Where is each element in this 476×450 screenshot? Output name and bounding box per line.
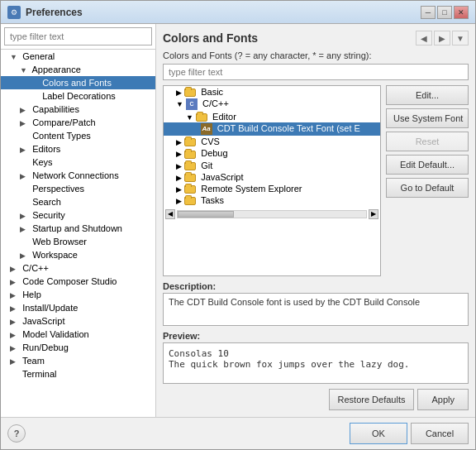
sidebar-item-workspace[interactable]: ▶ Workspace [1, 248, 155, 261]
sidebar-item-run-debug[interactable]: ▶ Run/Debug [1, 341, 155, 354]
sidebar-label-web-browser: Web Browser [32, 237, 87, 247]
sidebar-label-run-debug: Run/Debug [22, 342, 69, 352]
nav-menu-button[interactable]: ▼ [452, 31, 469, 45]
scrollbar-track[interactable] [177, 210, 367, 218]
go-to-default-button[interactable]: Go to Default [386, 178, 469, 198]
minimize-button[interactable]: ─ [421, 6, 436, 19]
panel-description: Colors and Fonts (? = any character, * =… [163, 50, 469, 60]
sidebar-item-code-composer[interactable]: ▶ Code Composer Studio [1, 275, 155, 288]
folder-icon-remote [184, 185, 196, 194]
reset-button[interactable]: Reset [386, 132, 469, 151]
arrow-basic: ▶ [176, 89, 182, 97]
sidebar-item-install-update[interactable]: ▶ Install/Update [1, 301, 155, 314]
description-label: Description: [163, 281, 469, 291]
edit-default-button[interactable]: Edit Default... [386, 155, 469, 175]
restore-defaults-button[interactable]: Restore Defaults [329, 389, 415, 410]
sidebar-item-security[interactable]: ▶ Security [1, 208, 155, 222]
right-panel: Colors and Fonts ◀ ▶ ▼ Colors and Fonts … [156, 24, 475, 417]
sidebar-item-label-decorations[interactable]: Label Decorations [1, 89, 155, 103]
arrow-startup: ▶ [20, 225, 30, 233]
cpp-icon: C [186, 98, 198, 110]
sidebar-item-keys[interactable]: Keys [1, 156, 155, 169]
font-tree-editor[interactable]: ▼ Editor [164, 111, 380, 122]
font-tree-debug[interactable]: ▶ Debug [164, 147, 380, 159]
arrow-javascript-tree: ▶ [176, 174, 182, 182]
font-tree-panel[interactable]: ▶ Basic ▼ C C/C++ ▼ [163, 85, 381, 276]
sidebar-label-capabilities: Capabilities [32, 104, 79, 114]
sidebar-item-startup-shutdown[interactable]: ▶ Startup and Shutdown [1, 222, 155, 235]
sidebar-item-colors-fonts[interactable]: Colors and Fonts [1, 76, 155, 89]
panel-action-row: Restore Defaults Apply [163, 389, 469, 410]
arrow-perspectives [20, 185, 30, 194]
font-tree-label-cvs: CVS [201, 136, 220, 146]
font-tree-tasks[interactable]: ▶ Tasks [164, 194, 380, 206]
sidebar-label-code-composer: Code Composer Studio [22, 276, 117, 286]
sidebar-label-cpp: C/C++ [22, 263, 49, 273]
sidebar-item-team[interactable]: ▶ Team [1, 354, 155, 367]
title-bar: ⚙ Preferences ─ □ ✕ [1, 1, 475, 24]
sidebar-item-perspectives[interactable]: Perspectives [1, 182, 155, 195]
ok-button[interactable]: OK [350, 423, 407, 444]
arrow-security: ▶ [20, 212, 30, 220]
arrow-cpp-tree: ▼ [176, 100, 183, 108]
font-tree-remote[interactable]: ▶ Remote System Explorer [164, 183, 380, 194]
arrow-capabilities: ▶ [20, 106, 30, 114]
preview-text: Consolas 10 The quick brown fox jumps ov… [169, 348, 409, 370]
sidebar-label-team: Team [22, 356, 45, 366]
description-box: The CDT Build Console font is used by th… [163, 293, 469, 326]
sidebar-filter-input[interactable] [4, 27, 152, 45]
sidebar-label-network: Network Connections [32, 170, 119, 180]
sidebar-item-general[interactable]: ▼ General [1, 50, 155, 63]
font-tree-cdt-build[interactable]: Aa CDT Build Console Text Font (set E [164, 122, 380, 136]
use-system-font-button[interactable]: Use System Font [386, 108, 469, 128]
arrow-debug: ▶ [176, 150, 182, 158]
sidebar-item-javascript[interactable]: ▶ JavaScript [1, 314, 155, 328]
arrow-tasks: ▶ [176, 197, 182, 205]
font-tree-cpp[interactable]: ▼ C C/C++ [164, 98, 380, 111]
window-controls: ─ □ ✕ [421, 6, 469, 19]
arrow-run-debug: ▶ [10, 344, 20, 352]
nav-back-button[interactable]: ◀ [416, 31, 432, 45]
sidebar-label-install-update: Install/Update [22, 303, 78, 313]
font-tree-label-javascript: JavaScript [201, 172, 243, 182]
font-filter-area [163, 64, 469, 80]
maximize-button[interactable]: □ [437, 6, 452, 19]
scroll-left-btn[interactable]: ◀ [165, 209, 175, 219]
font-icon-cdt: Aa [201, 123, 212, 135]
font-tree-cvs[interactable]: ▶ CVS [164, 136, 380, 147]
sidebar-item-cpp[interactable]: ▶ C/C++ [1, 261, 155, 275]
sidebar-item-search[interactable]: Search [1, 195, 155, 208]
help-button[interactable]: ? [7, 424, 26, 443]
close-button[interactable]: ✕ [454, 6, 469, 19]
cancel-button[interactable]: Cancel [411, 423, 469, 444]
folder-icon-cvs [184, 138, 196, 146]
sidebar-item-network-connections[interactable]: ▶ Network Connections [1, 169, 155, 182]
font-tree-basic[interactable]: ▶ Basic [164, 86, 380, 98]
arrow-cvs: ▶ [176, 138, 182, 146]
sidebar-item-appearance[interactable]: ▼ Appearance [1, 63, 155, 76]
nav-forward-button[interactable]: ▶ [434, 31, 450, 45]
font-tree-javascript[interactable]: ▶ JavaScript [164, 171, 380, 183]
arrow-colors-fonts [30, 79, 40, 88]
arrow-editors: ▶ [20, 146, 30, 154]
font-filter-input[interactable] [163, 64, 469, 80]
sidebar-label-compare-patch: Compare/Patch [32, 117, 95, 127]
sidebar-label-workspace: Workspace [32, 250, 78, 260]
sidebar-item-model-validation[interactable]: ▶ Model Validation [1, 328, 155, 341]
sidebar-item-editors[interactable]: ▶ Editors [1, 142, 155, 156]
font-tree-git[interactable]: ▶ Git [164, 160, 380, 171]
sidebar-item-compare-patch[interactable]: ▶ Compare/Patch [1, 116, 155, 129]
scroll-right-btn[interactable]: ▶ [369, 209, 378, 219]
arrow-cdt-build [196, 125, 198, 133]
sidebar-item-capabilities[interactable]: ▶ Capabilities [1, 103, 155, 116]
apply-button[interactable]: Apply [417, 389, 469, 410]
sidebar-item-content-types[interactable]: Content Types [1, 129, 155, 142]
edit-button[interactable]: Edit... [386, 85, 469, 105]
sidebar-item-help[interactable]: ▶ Help [1, 288, 155, 301]
footer-right: OK Cancel [350, 423, 469, 444]
sidebar-item-terminal[interactable]: Terminal [1, 367, 155, 381]
sidebar-label-label-decorations: Label Decorations [42, 91, 116, 101]
sidebar-item-web-browser[interactable]: Web Browser [1, 235, 155, 248]
description-section: Description: The CDT Build Console font … [163, 281, 469, 326]
sidebar-label-editors: Editors [32, 144, 60, 154]
